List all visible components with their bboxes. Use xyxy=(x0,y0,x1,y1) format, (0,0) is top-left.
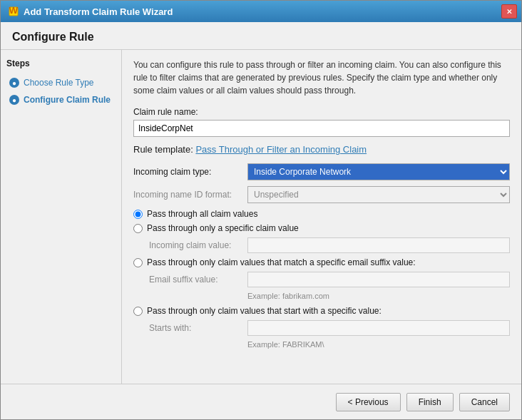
sidebar: Steps ● Choose Rule Type ● Configure Cla… xyxy=(1,50,122,384)
close-button[interactable]: ✕ xyxy=(501,4,517,19)
incoming-claim-type-select[interactable]: Inside Corporate Network xyxy=(247,163,510,180)
steps-label: Steps xyxy=(6,58,116,68)
sidebar-item-label-1: Choose Rule Type xyxy=(24,78,94,88)
finish-button[interactable]: Finish xyxy=(406,393,454,411)
incoming-claim-value-row: Incoming claim value: xyxy=(149,237,510,253)
step-dot-1: ● xyxy=(9,78,19,88)
starts-with-row: Starts with: xyxy=(149,320,510,336)
incoming-name-id-format-label: Incoming name ID format: xyxy=(133,190,247,200)
cancel-button[interactable]: Cancel xyxy=(459,393,510,411)
main-content: Configure Rule Steps ● Choose Rule Type … xyxy=(1,22,521,384)
window-title: Add Transform Claim Rule Wizard xyxy=(24,6,173,17)
radio-pass-starts-with: Pass through only claim values that star… xyxy=(133,306,510,316)
radio-pass-specific-label[interactable]: Pass through only a specific claim value xyxy=(147,223,299,233)
radio-pass-all-label[interactable]: Pass through all claim values xyxy=(147,209,257,219)
sidebar-item-label-2: Configure Claim Rule xyxy=(24,95,111,105)
radio-pass-email-suffix-input[interactable] xyxy=(133,258,143,267)
radio-pass-email-suffix: Pass through only claim values that matc… xyxy=(133,257,510,267)
incoming-name-id-format-row: Incoming name ID format: Unspecified xyxy=(133,186,510,203)
description-text: You can configure this rule to pass thro… xyxy=(133,58,510,97)
rule-template-prefix: Rule template: xyxy=(133,144,195,155)
radio-pass-all-input[interactable] xyxy=(133,210,143,219)
radio-pass-specific-input[interactable] xyxy=(133,224,143,233)
sidebar-item-choose-rule-type[interactable]: ● Choose Rule Type xyxy=(6,76,116,90)
claim-rule-name-input[interactable] xyxy=(133,120,510,137)
step-dot-2: ● xyxy=(9,95,19,105)
radio-pass-all: Pass through all claim values xyxy=(133,209,510,219)
email-suffix-row: Email suffix value: xyxy=(149,272,510,287)
incoming-name-id-format-select[interactable]: Unspecified xyxy=(247,186,510,203)
incoming-claim-type-row: Incoming claim type: Inside Corporate Ne… xyxy=(133,163,510,180)
rule-template: Rule template: Pass Through or Filter an… xyxy=(133,144,510,155)
body-area: Steps ● Choose Rule Type ● Configure Cla… xyxy=(1,50,521,384)
radio-pass-starts-with-label[interactable]: Pass through only claim values that star… xyxy=(147,306,382,316)
radio-pass-specific: Pass through only a specific claim value xyxy=(133,223,510,233)
email-suffix-input[interactable] xyxy=(247,272,510,287)
radio-pass-email-suffix-label[interactable]: Pass through only claim values that matc… xyxy=(147,257,416,267)
claim-rule-name-group: Claim rule name: xyxy=(133,107,510,137)
claim-rule-name-label: Claim rule name: xyxy=(133,107,510,117)
starts-with-label: Starts with: xyxy=(149,323,247,333)
title-bar-controls: ✕ xyxy=(501,4,517,19)
previous-button[interactable]: < Previous xyxy=(336,393,401,411)
main-window: W Add Transform Claim Rule Wizard ✕ Conf… xyxy=(0,0,522,420)
svg-text:W: W xyxy=(9,6,19,16)
title-bar: W Add Transform Claim Rule Wizard ✕ xyxy=(1,1,521,22)
incoming-claim-value-label: Incoming claim value: xyxy=(149,240,247,250)
sidebar-item-configure-claim-rule[interactable]: ● Configure Claim Rule xyxy=(6,93,116,107)
incoming-claim-value-input[interactable] xyxy=(247,237,510,253)
page-title: Configure Rule xyxy=(1,22,521,50)
email-suffix-label: Email suffix value: xyxy=(149,275,247,285)
incoming-claim-type-label: Incoming claim type: xyxy=(133,167,247,177)
form-area: You can configure this rule to pass thro… xyxy=(122,50,521,384)
starts-with-example: Example: FABRIKAM\ xyxy=(149,340,510,349)
window-icon: W xyxy=(8,6,19,17)
starts-with-input[interactable] xyxy=(247,320,510,336)
footer: < Previous Finish Cancel xyxy=(1,384,521,419)
radio-pass-starts-with-input[interactable] xyxy=(133,307,143,316)
email-example: Example: fabrikam.com xyxy=(149,292,510,300)
title-bar-left: W Add Transform Claim Rule Wizard xyxy=(8,6,173,17)
radio-group: Pass through all claim values Pass throu… xyxy=(133,209,510,349)
rule-template-link[interactable]: Pass Through or Filter an Incoming Claim xyxy=(195,144,367,155)
